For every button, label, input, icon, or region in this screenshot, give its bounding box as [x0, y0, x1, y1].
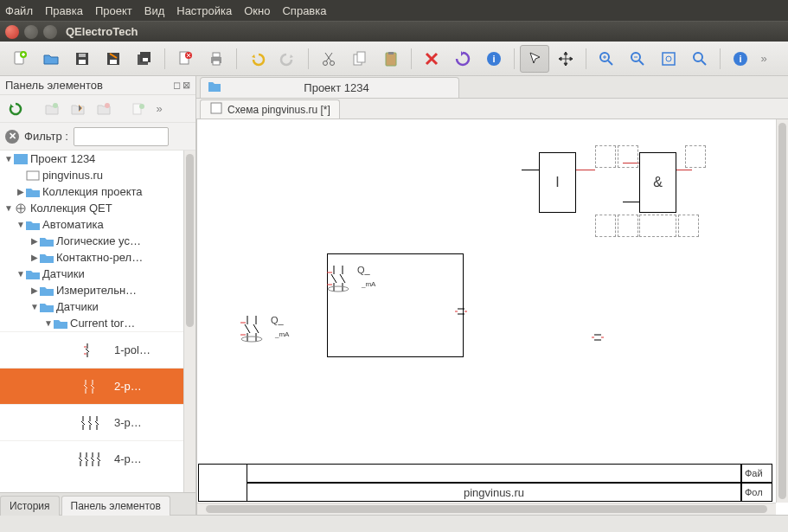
select-tool-button[interactable]: [520, 45, 549, 73]
menu-view[interactable]: Вид: [144, 4, 165, 17]
close-document-button[interactable]: [170, 45, 200, 73]
about-button[interactable]: i: [726, 45, 755, 73]
svg-rect-13: [213, 53, 220, 57]
panel-toolbar-overflow-icon[interactable]: »: [152, 102, 166, 115]
wire[interactable]: [676, 170, 692, 170]
wire[interactable]: [522, 170, 539, 170]
svg-rect-34: [14, 154, 28, 164]
horizontal-scrollbar[interactable]: [197, 503, 776, 515]
toolbar-separator: [411, 48, 412, 69]
terminal-marker[interactable]: [639, 215, 676, 237]
titleblock-cell-top[interactable]: [247, 464, 741, 483]
zoom-in-button[interactable]: [592, 45, 621, 73]
save-as-button[interactable]: [99, 45, 128, 73]
toolbar-overflow-icon[interactable]: »: [757, 52, 771, 65]
tree-logic[interactable]: Логические ус…: [56, 234, 141, 247]
panel-close-icon[interactable]: ⊠: [183, 80, 190, 91]
tree-scrollbar[interactable]: [183, 151, 195, 492]
diagram-canvas[interactable]: I &: [197, 119, 776, 503]
document-tab-label: Проект 1234: [227, 81, 446, 94]
terminal-icon[interactable]: [455, 305, 467, 320]
clear-filter-icon[interactable]: ✕: [5, 130, 19, 144]
panel-float-icon[interactable]: ◻: [173, 80, 181, 91]
import-element-button[interactable]: [126, 98, 151, 120]
move-tool-button[interactable]: [551, 45, 580, 73]
tree-current[interactable]: Current tor…: [70, 317, 135, 330]
toolbar-separator: [720, 48, 721, 69]
elements-panel: Панель элементов ◻ ⊠ » ✕ Фильтр : ▼Проек…: [0, 76, 196, 515]
elements-tree[interactable]: ▼Проект 1234 pingvinus.ru ▶Коллекция про…: [0, 151, 195, 492]
zoom-reset-button[interactable]: [685, 45, 714, 73]
paste-button[interactable]: [376, 45, 406, 73]
terminal-marker[interactable]: [678, 215, 699, 237]
copy-button[interactable]: [345, 45, 375, 73]
edit-folder-button[interactable]: [66, 98, 90, 120]
cut-button[interactable]: [314, 45, 343, 73]
element-item-4pole[interactable]: 4-p…: [0, 440, 183, 477]
menu-help[interactable]: Справка: [282, 4, 326, 17]
titleblock-cell-right2[interactable]: Фол: [741, 483, 772, 502]
schematic-element-breaker[interactable]: [325, 264, 360, 296]
svg-rect-19: [386, 53, 396, 66]
zoom-out-button[interactable]: [623, 45, 652, 73]
window-minimize-icon[interactable]: [24, 25, 38, 39]
menu-edit[interactable]: Правка: [45, 4, 83, 17]
menu-project[interactable]: Проект: [95, 4, 132, 17]
element-label: 1-pol…: [114, 343, 151, 356]
tree-sensors[interactable]: Датчики: [42, 267, 85, 280]
tab-history[interactable]: История: [0, 496, 60, 516]
rotate-button[interactable]: [448, 45, 477, 73]
element-item-3pole[interactable]: 3-p…: [0, 404, 183, 440]
window-close-icon[interactable]: [5, 25, 19, 39]
tree-measure[interactable]: Измерительн…: [56, 284, 137, 297]
tree-project[interactable]: Проект 1234: [30, 152, 95, 165]
schematic-element-buffer[interactable]: I: [539, 152, 576, 213]
terminal-marker[interactable]: [618, 145, 638, 168]
tree-sheet[interactable]: pingvinus.ru: [42, 169, 103, 182]
svg-point-39: [241, 337, 262, 342]
canvas-viewport[interactable]: I &: [196, 119, 788, 515]
terminal-icon[interactable]: [592, 331, 604, 346]
tree-qet-collection[interactable]: Коллекция QET: [30, 202, 112, 215]
refresh-button[interactable]: [3, 98, 28, 120]
delete-button[interactable]: [417, 45, 446, 73]
menu-window[interactable]: Окно: [244, 4, 270, 17]
document-tab[interactable]: Проект 1234: [200, 77, 459, 98]
terminal-marker[interactable]: [595, 145, 616, 168]
delete-folder-button[interactable]: [92, 98, 116, 120]
properties-button[interactable]: i: [479, 45, 509, 73]
element-item-2pole[interactable]: 2-p…: [0, 368, 183, 404]
titleblock-cell-main[interactable]: pingvinus.ru: [247, 483, 741, 502]
terminal-marker[interactable]: [595, 215, 616, 237]
element-item-1pole[interactable]: 1-pol…: [0, 331, 183, 368]
schematic-element-and[interactable]: &: [639, 152, 676, 213]
wire[interactable]: [576, 170, 595, 170]
new-folder-button[interactable]: [40, 98, 64, 120]
redo-button[interactable]: [273, 45, 303, 73]
tree-relay[interactable]: Контактно-рел…: [56, 251, 143, 264]
vertical-scrollbar[interactable]: [776, 119, 788, 503]
undo-button[interactable]: [242, 45, 272, 73]
document-icon: [208, 80, 221, 96]
terminal-marker[interactable]: [685, 145, 706, 168]
new-button[interactable]: [5, 45, 35, 73]
open-button[interactable]: [36, 45, 66, 73]
titleblock-cell-right1[interactable]: Фай: [741, 464, 772, 483]
menu-settings[interactable]: Настройка: [176, 4, 232, 17]
save-all-button[interactable]: [130, 45, 159, 73]
menu-file[interactable]: Файл: [5, 4, 33, 17]
schematic-element-breaker[interactable]: [239, 314, 273, 346]
print-button[interactable]: [202, 45, 231, 73]
wire[interactable]: [623, 202, 639, 202]
tree-proj-collection[interactable]: Коллекция проекта: [42, 185, 143, 198]
titleblock-cell-small[interactable]: [198, 464, 247, 502]
filter-input[interactable]: [74, 127, 169, 146]
window-maximize-icon[interactable]: [43, 25, 57, 39]
zoom-fit-button[interactable]: [654, 45, 683, 73]
tree-sensors2[interactable]: Датчики: [56, 300, 99, 313]
tab-elements[interactable]: Панель элементов: [61, 496, 170, 516]
save-button[interactable]: [67, 45, 97, 73]
terminal-marker[interactable]: [618, 215, 638, 237]
sheet-tab[interactable]: Схема pingvinus.ru [*]: [200, 99, 340, 119]
tree-automation[interactable]: Автоматика: [42, 218, 104, 231]
